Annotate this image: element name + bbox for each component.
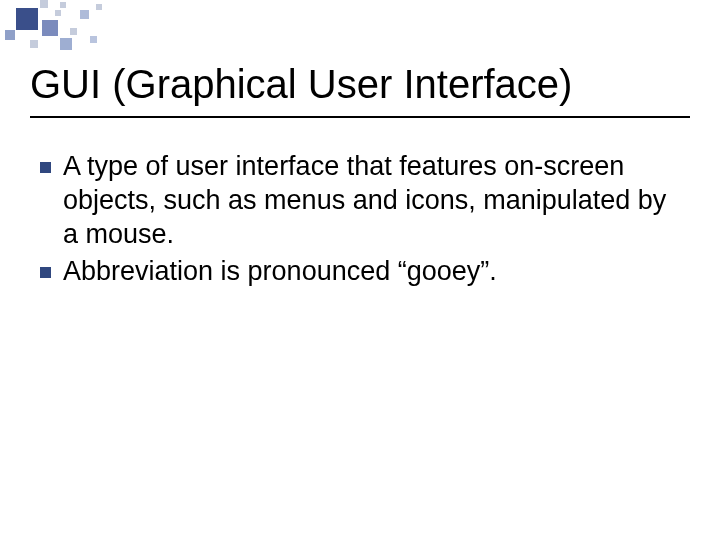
list-item: Abbreviation is pronounced “gooey”.: [40, 255, 680, 289]
title-underline: [30, 116, 690, 118]
corner-squares-decoration: [0, 0, 130, 50]
slide-title: GUI (Graphical User Interface): [30, 62, 572, 107]
bullet-text: A type of user interface that features o…: [63, 150, 680, 251]
bullet-text: Abbreviation is pronounced “gooey”.: [63, 255, 497, 289]
square-bullet-icon: [40, 267, 51, 278]
list-item: A type of user interface that features o…: [40, 150, 680, 251]
slide-content: A type of user interface that features o…: [40, 150, 680, 293]
square-bullet-icon: [40, 162, 51, 173]
